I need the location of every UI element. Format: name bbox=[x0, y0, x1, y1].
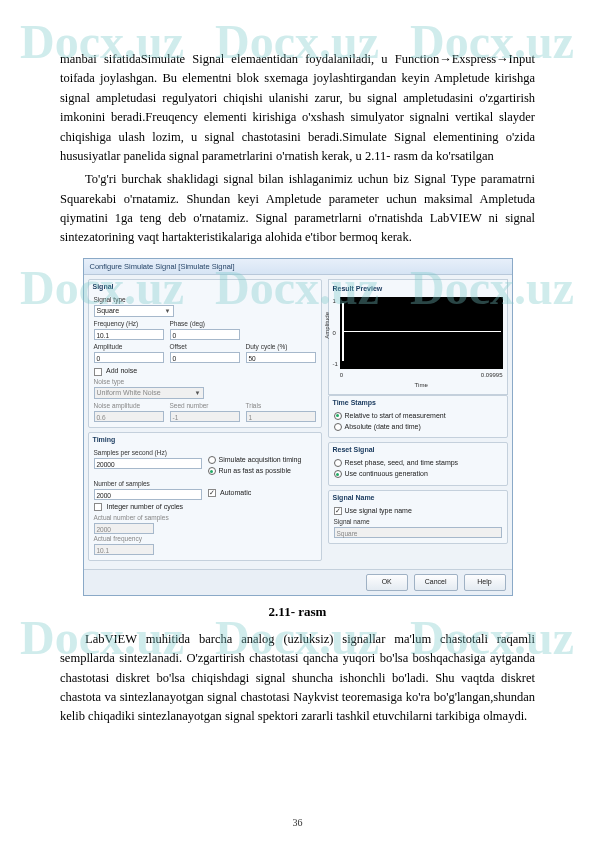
chevron-down-icon: ▼ bbox=[165, 306, 171, 316]
figure-dialog: Configure Simulate Signal [Simulate Sign… bbox=[60, 258, 535, 596]
y-tick-0: 0 bbox=[333, 329, 338, 338]
y-tick-1: 1 bbox=[333, 297, 338, 306]
paragraph-3: LabVIEW muhitida barcha analog (uzluksiz… bbox=[60, 630, 535, 727]
help-button[interactable]: Help bbox=[464, 574, 506, 591]
duty-label: Duty cycle (%) bbox=[246, 342, 316, 352]
relative-radio[interactable] bbox=[334, 412, 342, 420]
amplitude-label: Amplitude bbox=[94, 342, 164, 352]
absolute-label: Absolute (date and time) bbox=[345, 423, 421, 430]
absolute-radio[interactable] bbox=[334, 423, 342, 431]
actual-samples-value: 2000 bbox=[94, 523, 154, 534]
signal-group: Signal Signal type Square ▼ Frequency (H… bbox=[88, 279, 322, 428]
automatic-label: Automatic bbox=[220, 489, 251, 496]
num-samples-input[interactable]: 2000 bbox=[94, 489, 202, 500]
ok-button[interactable]: OK bbox=[366, 574, 408, 591]
noise-amp-input: 0.6 bbox=[94, 411, 164, 422]
signal-name-label: Signal name bbox=[334, 517, 502, 527]
timestamps-group: Time Stamps Relative to start of measure… bbox=[328, 395, 508, 439]
noise-type-select: Uniform White Noise ▼ bbox=[94, 387, 204, 399]
signal-name-title: Signal Name bbox=[333, 493, 502, 504]
add-noise-checkbox[interactable] bbox=[94, 368, 102, 376]
trials-label: Trials bbox=[246, 401, 316, 411]
noise-type-label: Noise type bbox=[94, 377, 316, 387]
signal-type-value: Square bbox=[97, 306, 120, 316]
scope-display bbox=[340, 297, 503, 369]
trials-input: 1 bbox=[246, 411, 316, 422]
frequency-label: Frequency (Hz) bbox=[94, 319, 164, 329]
paragraph-1: manbai sifatidaSimulate Signal elemaenti… bbox=[60, 50, 535, 166]
actual-samples-label: Actual number of samples bbox=[94, 513, 316, 523]
page-content: manbai sifatidaSimulate Signal elemaenti… bbox=[0, 0, 595, 751]
int-cycles-checkbox[interactable] bbox=[94, 503, 102, 511]
use-type-label: Use signal type name bbox=[345, 507, 412, 514]
relative-label: Relative to start of measurement bbox=[345, 412, 446, 419]
offset-input[interactable]: 0 bbox=[170, 352, 240, 363]
paragraph-2: To'g'ri burchak shaklidagi signal bilan … bbox=[60, 170, 535, 248]
add-noise-label: Add noise bbox=[106, 367, 137, 374]
reset-phase-label: Reset phase, seed, and time stamps bbox=[345, 459, 459, 466]
phase-input[interactable]: 0 bbox=[170, 329, 240, 340]
signal-group-title: Signal bbox=[93, 282, 316, 293]
actual-freq-label: Actual frequency bbox=[94, 534, 316, 544]
y-tick-m1: -1 bbox=[333, 360, 338, 369]
preview-group: Result Preview 1 0 -1 bbox=[328, 279, 508, 394]
duty-input[interactable]: 50 bbox=[246, 352, 316, 363]
signal-type-select[interactable]: Square ▼ bbox=[94, 305, 174, 317]
num-samples-label: Number of samples bbox=[94, 479, 202, 489]
actual-freq-value: 10.1 bbox=[94, 544, 154, 555]
continuous-radio[interactable] bbox=[334, 470, 342, 478]
reset-phase-radio[interactable] bbox=[334, 459, 342, 467]
seed-input: -1 bbox=[170, 411, 240, 422]
sim-timing-radio[interactable] bbox=[208, 456, 216, 464]
seed-label: Seed number bbox=[170, 401, 240, 411]
x-axis-label: Time bbox=[340, 381, 503, 390]
reset-title: Reset Signal bbox=[333, 445, 502, 456]
configure-dialog: Configure Simulate Signal [Simulate Sign… bbox=[83, 258, 513, 596]
figure-caption: 2.11- rasm bbox=[60, 602, 535, 622]
sps-label: Samples per second (Hz) bbox=[94, 448, 202, 458]
phase-label: Phase (deg) bbox=[170, 319, 240, 329]
sps-input[interactable]: 20000 bbox=[94, 458, 202, 469]
timing-group: Timing Samples per second (Hz) 20000 Sim… bbox=[88, 432, 322, 561]
continuous-label: Use continuous generation bbox=[345, 470, 428, 477]
signal-type-label: Signal type bbox=[94, 295, 316, 305]
signal-name-group: Signal Name Use signal type name Signal … bbox=[328, 490, 508, 544]
automatic-checkbox[interactable] bbox=[208, 489, 216, 497]
preview-title: Result Preview bbox=[333, 284, 503, 295]
int-cycles-label: Integer number of cycles bbox=[106, 503, 183, 510]
frequency-input[interactable]: 10.1 bbox=[94, 329, 164, 340]
noise-amp-label: Noise amplitude bbox=[94, 401, 164, 411]
use-type-checkbox[interactable] bbox=[334, 507, 342, 515]
reset-group: Reset Signal Reset phase, seed, and time… bbox=[328, 442, 508, 486]
offset-label: Offset bbox=[170, 342, 240, 352]
page-number: 36 bbox=[0, 817, 595, 828]
sim-timing-label: Simulate acquisition timing bbox=[219, 456, 302, 463]
y-axis-label: Amplitude bbox=[323, 312, 332, 339]
timing-group-title: Timing bbox=[93, 435, 316, 446]
run-fast-radio[interactable] bbox=[208, 467, 216, 475]
signal-name-input: Square bbox=[334, 527, 502, 538]
dialog-title: Configure Simulate Signal [Simulate Sign… bbox=[84, 259, 512, 276]
amplitude-input[interactable]: 0 bbox=[94, 352, 164, 363]
cancel-button[interactable]: Cancel bbox=[414, 574, 458, 591]
x-tick-0: 0 bbox=[340, 371, 343, 380]
run-fast-label: Run as fast as possible bbox=[219, 467, 291, 474]
timestamps-title: Time Stamps bbox=[333, 398, 502, 409]
chevron-down-icon: ▼ bbox=[195, 388, 201, 398]
x-tick-1: 0.09995 bbox=[481, 371, 503, 380]
button-bar: OK Cancel Help bbox=[84, 569, 512, 595]
noise-type-value: Uniform White Noise bbox=[97, 388, 161, 398]
